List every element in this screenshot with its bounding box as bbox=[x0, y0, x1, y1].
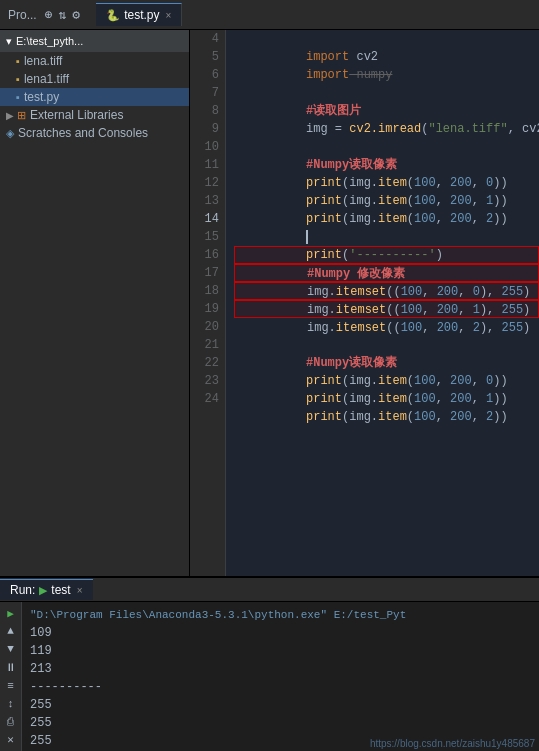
ln-7: 7 bbox=[190, 84, 219, 102]
sidebar-item-test-py[interactable]: ▪ test.py bbox=[0, 88, 189, 106]
watermark: https://blog.csdn.net/zaishu1y485687 bbox=[370, 738, 535, 749]
project-label[interactable]: Pro... bbox=[8, 8, 37, 22]
ln-20: 20 bbox=[190, 318, 219, 336]
run-icon: ▶ bbox=[39, 584, 47, 597]
run-tab-name: test bbox=[51, 583, 70, 597]
tab-close-button[interactable]: × bbox=[166, 10, 172, 21]
main-layout: ▾ E:\test_pyth... ▪ lena.tiff ▪ lena1.ti… bbox=[0, 30, 539, 576]
bottom-tabs: Run: ▶ test × bbox=[0, 578, 539, 602]
lib-icon: ⊞ bbox=[17, 109, 26, 122]
sidebar-item-scratches[interactable]: ◈ Scratches and Consoles bbox=[0, 124, 189, 142]
tab-label: test.py bbox=[124, 8, 159, 22]
sidebar-item-label: External Libraries bbox=[30, 108, 123, 122]
sidebar-project-label: E:\test_pyth... bbox=[16, 35, 83, 47]
output-cmd-line: "D:\Program Files\Anaconda3-5.3.1\python… bbox=[30, 606, 531, 624]
play-button[interactable]: ▶ bbox=[3, 606, 19, 620]
run-label: Run: bbox=[10, 583, 35, 597]
sidebar-header: ▾ E:\test_pyth... bbox=[0, 30, 189, 52]
py-tab-icon: 🐍 bbox=[106, 9, 120, 22]
ln-11: 11 bbox=[190, 156, 219, 174]
ln-10: 10 bbox=[190, 138, 219, 156]
ln-22: 22 bbox=[190, 354, 219, 372]
tab-bar: 🐍 test.py × bbox=[86, 3, 531, 26]
line-numbers: 4 5 6 7 8 9 10 11 12 13 14 15 16 17 18 1… bbox=[190, 30, 226, 576]
output-line-4: 255 bbox=[30, 696, 531, 714]
scroll-button[interactable]: ↕ bbox=[3, 697, 19, 711]
ln-13: 13 bbox=[190, 192, 219, 210]
tiff-file-icon: ▪ bbox=[16, 55, 20, 67]
output-line-3: 213 bbox=[30, 660, 531, 678]
sidebar-item-label: lena.tiff bbox=[24, 54, 62, 68]
ln-18: 18 bbox=[190, 282, 219, 300]
format-button[interactable]: ≡ bbox=[3, 679, 19, 693]
ln-23: 23 bbox=[190, 372, 219, 390]
sidebar-item-external-libs[interactable]: ▶ ⊞ External Libraries bbox=[0, 106, 189, 124]
ln-21: 21 bbox=[190, 336, 219, 354]
ln-9: 9 bbox=[190, 120, 219, 138]
code-lines[interactable]: import cv2 import numpy #读取图片 img = cv2.… bbox=[226, 30, 539, 576]
ln-17: 17 bbox=[190, 264, 219, 282]
sidebar-project-arrow: ▾ bbox=[6, 35, 12, 48]
code-line-4: import cv2 bbox=[234, 30, 539, 48]
output-line-1: 109 bbox=[30, 624, 531, 642]
top-icons: ⊕ ⇅ ⚙ bbox=[45, 7, 80, 23]
add-icon[interactable]: ⊕ bbox=[45, 7, 53, 23]
output-line-2: 119 bbox=[30, 642, 531, 660]
run-controls: ▶ ▲ ▼ ⏸ ≡ ↕ ⎙ ✕ bbox=[0, 602, 22, 751]
scratch-icon: ◈ bbox=[6, 127, 14, 140]
output-area: "D:\Program Files\Anaconda3-5.3.1\python… bbox=[22, 602, 539, 751]
ln-14: 14 bbox=[190, 210, 219, 228]
ln-12: 12 bbox=[190, 174, 219, 192]
top-bar: Pro... ⊕ ⇅ ⚙ 🐍 test.py × bbox=[0, 0, 539, 30]
ln-6: 6 bbox=[190, 66, 219, 84]
sidebar-item-label: Scratches and Consoles bbox=[18, 126, 148, 140]
sidebar: ▾ E:\test_pyth... ▪ lena.tiff ▪ lena1.ti… bbox=[0, 30, 190, 576]
code-content: 4 5 6 7 8 9 10 11 12 13 14 15 16 17 18 1… bbox=[190, 30, 539, 576]
run-tab-close[interactable]: × bbox=[77, 585, 83, 596]
bottom-content: ▶ ▲ ▼ ⏸ ≡ ↕ ⎙ ✕ "D:\Program Files\Anacon… bbox=[0, 602, 539, 751]
ln-16: 16 bbox=[190, 246, 219, 264]
down-button[interactable]: ▼ bbox=[3, 642, 19, 656]
code-editor: 4 5 6 7 8 9 10 11 12 13 14 15 16 17 18 1… bbox=[190, 30, 539, 576]
ln-19: 19 bbox=[190, 300, 219, 318]
sidebar-item-lena-tiff[interactable]: ▪ lena.tiff bbox=[0, 52, 189, 70]
settings-icon[interactable]: ⚙ bbox=[72, 7, 80, 23]
sidebar-item-label: lena1.tiff bbox=[24, 72, 69, 86]
up-button[interactable]: ▲ bbox=[3, 624, 19, 638]
pause-button[interactable]: ⏸ bbox=[3, 660, 19, 674]
output-line-sep: ---------- bbox=[30, 678, 531, 696]
py-file-icon: ▪ bbox=[16, 91, 20, 103]
print-button[interactable]: ⎙ bbox=[3, 715, 19, 729]
ln-24: 24 bbox=[190, 390, 219, 408]
ln-8: 8 bbox=[190, 102, 219, 120]
ln-15: 15 bbox=[190, 228, 219, 246]
tab-test-py[interactable]: 🐍 test.py × bbox=[96, 3, 182, 26]
top-bar-left: Pro... ⊕ ⇅ ⚙ bbox=[8, 7, 80, 23]
bottom-tab-run[interactable]: Run: ▶ test × bbox=[0, 579, 93, 600]
ln-5: 5 bbox=[190, 48, 219, 66]
sidebar-item-lena1-tiff[interactable]: ▪ lena1.tiff bbox=[0, 70, 189, 88]
sidebar-item-label: test.py bbox=[24, 90, 59, 104]
tree-arrow-icon: ▶ bbox=[6, 110, 14, 121]
sync-icon[interactable]: ⇅ bbox=[59, 7, 67, 23]
ln-4: 4 bbox=[190, 30, 219, 48]
output-line-5: 255 bbox=[30, 714, 531, 732]
tiff-file-icon: ▪ bbox=[16, 73, 20, 85]
delete-button[interactable]: ✕ bbox=[3, 733, 19, 747]
bottom-panel: Run: ▶ test × ▶ ▲ ▼ ⏸ ≡ ↕ ⎙ ✕ "D:\Progra… bbox=[0, 576, 539, 751]
